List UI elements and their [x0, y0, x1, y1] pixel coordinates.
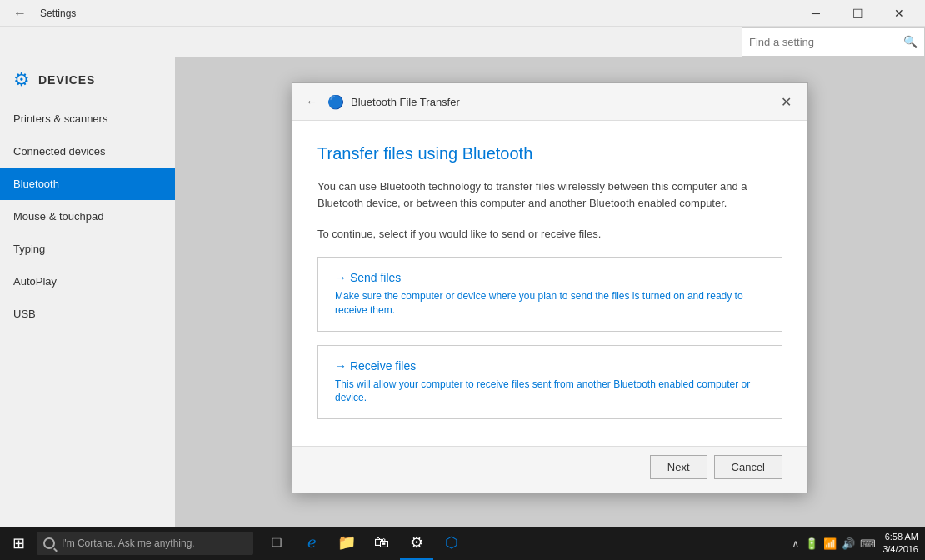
maximize-button[interactable]: ☐: [838, 0, 877, 27]
settings-search-box[interactable]: 🔍: [742, 27, 925, 57]
keyboard-icon[interactable]: ⌨: [860, 538, 876, 550]
window-back-button[interactable]: ←: [7, 4, 33, 22]
sidebar-item-typing[interactable]: Typing: [0, 232, 175, 265]
dialog-heading: Transfer files using Bluetooth: [318, 144, 782, 163]
dialog-overlay: ← 🔵 Bluetooth File Transfer ✕ Transfer f…: [175, 58, 925, 527]
sidebar-item-bluetooth[interactable]: Bluetooth: [0, 168, 175, 200]
sidebar-header: ⚙ DEVICES: [0, 58, 175, 102]
clock-date: 3/4/2016: [882, 543, 918, 556]
cortana-search[interactable]: I'm Cortana. Ask me anything.: [37, 532, 253, 555]
sidebar-item-usb[interactable]: USB: [0, 298, 175, 330]
title-bar-controls: ─ ☐ ✕: [797, 0, 918, 27]
system-clock[interactable]: 6:58 AM 3/4/2016: [882, 531, 918, 557]
send-files-description: Make sure the computer or device where y…: [335, 289, 765, 318]
sidebar-item-connected-devices[interactable]: Connected devices: [0, 135, 175, 168]
dialog-titlebar: ← 🔵 Bluetooth File Transfer ✕: [292, 83, 808, 121]
start-button[interactable]: ⊞: [3, 528, 33, 558]
dialog-close-button[interactable]: ✕: [774, 90, 798, 113]
dialog-description: You can use Bluetooth technology to tran…: [318, 178, 782, 211]
volume-icon[interactable]: 🔊: [842, 538, 855, 550]
dialog-title-text: Bluetooth File Transfer: [351, 96, 460, 108]
store-app[interactable]: 🛍: [365, 527, 398, 560]
receive-files-option[interactable]: → Receive files This will allow your com…: [318, 345, 782, 420]
cortana-icon: [43, 538, 55, 549]
receive-files-title: → Receive files: [335, 359, 765, 372]
bluetooth-taskbar-app[interactable]: ⬡: [435, 527, 468, 560]
edge-app[interactable]: ℯ: [295, 527, 328, 560]
tray-chevron-icon[interactable]: ∧: [792, 538, 800, 550]
dialog-body: Transfer files using Bluetooth You can u…: [292, 121, 808, 446]
top-search-area: 🔍: [0, 27, 925, 58]
next-button[interactable]: Next: [650, 455, 708, 479]
sidebar-item-mouse[interactable]: Mouse & touchpad: [0, 200, 175, 232]
dialog-back-button[interactable]: ←: [302, 95, 321, 108]
content-area: ← 🔵 Bluetooth File Transfer ✕ Transfer f…: [175, 58, 925, 527]
sidebar-title: DEVICES: [38, 73, 95, 87]
wifi-icon[interactable]: 📶: [823, 538, 837, 550]
settings-app[interactable]: ⚙: [400, 527, 433, 560]
clock-time: 6:58 AM: [882, 531, 918, 543]
sidebar-item-printers[interactable]: Printers & scanners: [0, 102, 175, 135]
main-window: ⚙ DEVICES Printers & scanners Connected …: [0, 58, 925, 527]
cancel-button[interactable]: Cancel: [714, 455, 782, 479]
taskbar-apps: ❑ ℯ 📁 🛍 ⚙ ⬡: [260, 527, 468, 560]
minimize-button[interactable]: ─: [797, 0, 835, 27]
receive-files-description: This will allow your computer to receive…: [335, 378, 765, 406]
search-icon: 🔍: [897, 35, 924, 48]
window-close-button[interactable]: ✕: [880, 0, 918, 27]
sidebar: ⚙ DEVICES Printers & scanners Connected …: [0, 58, 175, 527]
bluetooth-file-transfer-dialog: ← 🔵 Bluetooth File Transfer ✕ Transfer f…: [292, 82, 808, 493]
dialog-footer: Next Cancel: [292, 446, 808, 492]
sidebar-item-autoplay[interactable]: AutoPlay: [0, 265, 175, 298]
dialog-titlebar-left: ← 🔵 Bluetooth File Transfer: [302, 94, 460, 110]
devices-icon: ⚙: [13, 69, 30, 91]
dialog-bluetooth-icon: 🔵: [328, 94, 344, 110]
dialog-prompt: To continue, select if you would like to…: [318, 228, 782, 240]
task-view-button[interactable]: ❑: [260, 527, 293, 560]
explorer-app[interactable]: 📁: [330, 527, 363, 560]
cortana-placeholder: I'm Cortana. Ask me anything.: [62, 538, 195, 549]
settings-search-input[interactable]: [742, 32, 897, 52]
battery-icon[interactable]: 🔋: [805, 538, 818, 550]
send-files-option[interactable]: → Send files Make sure the computer or d…: [318, 257, 782, 332]
taskbar: ⊞ I'm Cortana. Ask me anything. ❑ ℯ 📁 🛍 …: [0, 527, 925, 560]
system-tray: ∧ 🔋 📶 🔊 ⌨: [792, 538, 876, 550]
taskbar-right: ∧ 🔋 📶 🔊 ⌨ 6:58 AM 3/4/2016: [792, 531, 922, 557]
title-bar: ← Settings ─ ☐ ✕: [0, 0, 925, 27]
window-title: Settings: [40, 8, 76, 19]
send-files-title: → Send files: [335, 271, 765, 284]
title-bar-left: ← Settings: [7, 4, 76, 22]
